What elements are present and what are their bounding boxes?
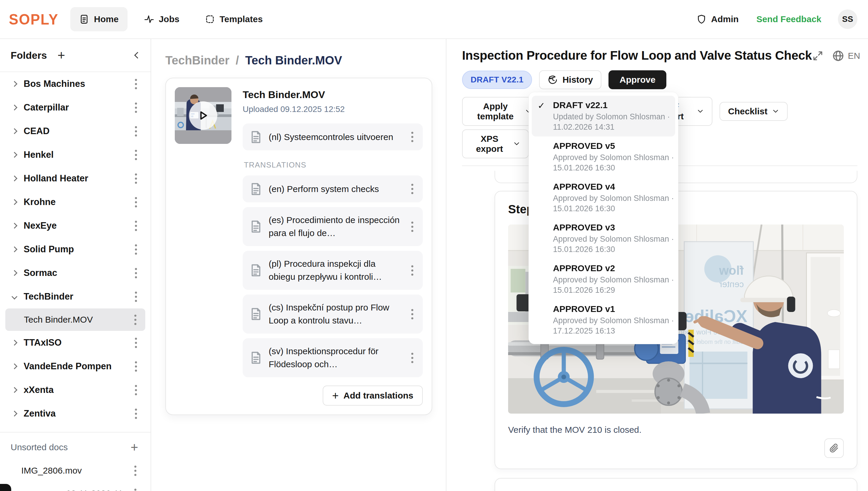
- nav-templates[interactable]: Templates: [196, 7, 272, 31]
- chevron-icon[interactable]: [11, 340, 18, 346]
- kebab-menu-icon[interactable]: [133, 383, 139, 397]
- version-history-item[interactable]: ✓ APPROVED v3 Approved by Solomon Shlosm…: [532, 218, 675, 259]
- unsorted-doc-item[interactable]: IMG_2806.mov: [0, 459, 151, 482]
- kebab-menu-icon[interactable]: [133, 266, 139, 280]
- kebab-menu-icon[interactable]: [409, 351, 415, 365]
- chevron-icon[interactable]: [11, 411, 18, 416]
- kebab-menu-icon[interactable]: [133, 242, 139, 256]
- chevron-icon[interactable]: [11, 387, 18, 393]
- approve-label: Approve: [619, 75, 655, 85]
- breadcrumb: TechBinder / Tech Binder.MOV: [165, 54, 432, 67]
- translation-item[interactable]: (pl) Procedura inspekcji dla obiegu prze…: [243, 251, 423, 290]
- sidebar-folder-item[interactable]: Krohne: [0, 190, 151, 214]
- language-label[interactable]: EN: [848, 51, 860, 61]
- file-icon: [250, 308, 261, 321]
- chevron-icon[interactable]: [11, 294, 18, 299]
- sidebar-folder-item[interactable]: Tech Binder.MOV: [5, 309, 145, 331]
- chevron-icon[interactable]: [11, 175, 18, 181]
- sidebar-folder-item[interactable]: NexEye: [0, 214, 151, 237]
- approve-button[interactable]: Approve: [609, 70, 666, 89]
- history-button[interactable]: History: [539, 70, 601, 89]
- sidebar-folder-item[interactable]: VandeEnde Pompen: [0, 354, 151, 378]
- chevron-icon[interactable]: [11, 81, 18, 87]
- nav-jobs[interactable]: Jobs: [135, 7, 188, 31]
- video-thumbnail[interactable]: [175, 87, 231, 144]
- chevron-icon[interactable]: [11, 270, 18, 276]
- kebab-menu-icon[interactable]: [133, 101, 139, 115]
- nav-home[interactable]: Home: [70, 7, 127, 31]
- add-unsorted-doc-button[interactable]: +: [130, 441, 138, 454]
- version-history-item[interactable]: ✓ APPROVED v5 Approved by Solomon Shlosm…: [532, 137, 675, 177]
- kebab-menu-icon[interactable]: [409, 307, 415, 321]
- attachment-button[interactable]: [824, 438, 844, 458]
- sidebar-folder-item[interactable]: Solid Pump: [0, 237, 151, 261]
- version-date: 17.12.2025 16:13: [553, 326, 674, 336]
- sidebar-folder-item[interactable]: CEAD: [0, 119, 151, 143]
- user-avatar[interactable]: SS: [838, 9, 857, 29]
- chevron-icon[interactable]: [11, 364, 18, 369]
- breadcrumb-folder[interactable]: TechBinder: [165, 54, 229, 67]
- chevron-icon[interactable]: [11, 128, 18, 134]
- collapse-sidebar-icon[interactable]: [134, 52, 141, 59]
- chevron-icon[interactable]: [11, 199, 18, 205]
- globe-icon[interactable]: [832, 50, 844, 62]
- kebab-menu-icon[interactable]: [133, 336, 139, 350]
- folder-label: xXenta: [24, 385, 126, 395]
- kebab-menu-icon[interactable]: [133, 195, 139, 209]
- version-history-item[interactable]: ✓ APPROVED v4 Approved by Solomon Shlosm…: [532, 177, 675, 218]
- send-feedback-link[interactable]: Send Feedback: [756, 14, 822, 24]
- sidebar-folder-item[interactable]: TechBinder: [0, 285, 151, 309]
- version-history-item[interactable]: ✓ APPROVED v1 Approved by Solomon Shlosm…: [532, 299, 675, 340]
- kebab-menu-icon[interactable]: [409, 130, 415, 144]
- xps-export-button[interactable]: XPS export: [462, 129, 529, 158]
- folder-label: Zentiva: [24, 408, 126, 419]
- folders-sidebar: Folders + Bos Machines Caterpillar: [0, 39, 151, 491]
- sidebar-folder-item[interactable]: xXenta: [0, 378, 151, 402]
- version-history-item[interactable]: ✓ APPROVED v2 Approved by Solomon Shlosm…: [532, 259, 675, 299]
- chevron-icon[interactable]: [11, 152, 18, 158]
- kebab-menu-icon[interactable]: [132, 464, 138, 478]
- play-button[interactable]: [189, 101, 217, 130]
- checklist-button[interactable]: Checklist: [719, 102, 788, 121]
- kebab-menu-icon[interactable]: [133, 172, 139, 185]
- version-history-item[interactable]: ✓ DRAFT v22.1 Updated by Solomon Shlosma…: [532, 96, 675, 137]
- kebab-menu-icon[interactable]: [133, 148, 139, 162]
- sidebar-folder-item[interactable]: Zentiva: [0, 402, 151, 426]
- folder-list: Bos Machines Caterpillar CEAD: [0, 72, 151, 426]
- sidebar-folder-item[interactable]: Henkel: [0, 143, 151, 167]
- sidebar-folder-item[interactable]: Holland Heater: [0, 167, 151, 190]
- unsorted-doc-item[interactable]: screen-rec-02-11-2026-11-…: [0, 482, 151, 491]
- sidebar-folder-item[interactable]: Sormac: [0, 261, 151, 285]
- kebab-menu-icon[interactable]: [133, 219, 139, 233]
- kebab-menu-icon[interactable]: [133, 124, 139, 138]
- kebab-menu-icon[interactable]: [133, 77, 139, 91]
- chevron-icon[interactable]: [11, 223, 18, 229]
- kebab-menu-icon[interactable]: [409, 263, 415, 278]
- kebab-menu-icon[interactable]: [409, 220, 415, 234]
- translation-item[interactable]: (cs) Inspekční postup pro Flow Loop a ko…: [243, 294, 423, 334]
- expand-icon[interactable]: [812, 50, 824, 62]
- kebab-menu-icon[interactable]: [132, 313, 138, 327]
- chevron-icon[interactable]: [11, 105, 18, 111]
- kebab-menu-icon[interactable]: [133, 290, 139, 304]
- kebab-menu-icon[interactable]: [409, 182, 415, 196]
- sidebar-folder-item[interactable]: Caterpillar: [0, 96, 151, 119]
- add-folder-button[interactable]: +: [58, 49, 65, 62]
- kebab-menu-icon[interactable]: [133, 407, 139, 421]
- add-translations-button[interactable]: + Add translations: [323, 385, 423, 406]
- sidebar-folder-item[interactable]: TTAxISO: [0, 331, 151, 354]
- nav-templates-label: Templates: [220, 14, 263, 24]
- kebab-menu-icon[interactable]: [133, 359, 139, 373]
- translation-item[interactable]: (sv) Inspektionsprocedur för Flödesloop …: [243, 338, 423, 377]
- soply-logo[interactable]: SOPLY: [9, 11, 58, 28]
- source-document-item[interactable]: (nl) Systeemcontroles uitvoeren: [243, 123, 423, 150]
- translation-item[interactable]: (es) Procedimiento de inspección para el…: [243, 207, 423, 246]
- version-title: APPROVED v3: [553, 222, 674, 233]
- step-6-card: Step 6: Check if MOV 200 is open.: [495, 478, 857, 491]
- unsorted-doc-list: IMG_2806.mov screen-rec-02-11-2026-11-…: [0, 459, 151, 491]
- kebab-menu-icon[interactable]: [132, 487, 138, 491]
- sidebar-folder-item[interactable]: Bos Machines: [0, 72, 151, 96]
- chevron-icon[interactable]: [11, 247, 18, 252]
- nav-admin[interactable]: Admin: [688, 7, 748, 31]
- translation-item[interactable]: (en) Perform system checks: [243, 175, 423, 202]
